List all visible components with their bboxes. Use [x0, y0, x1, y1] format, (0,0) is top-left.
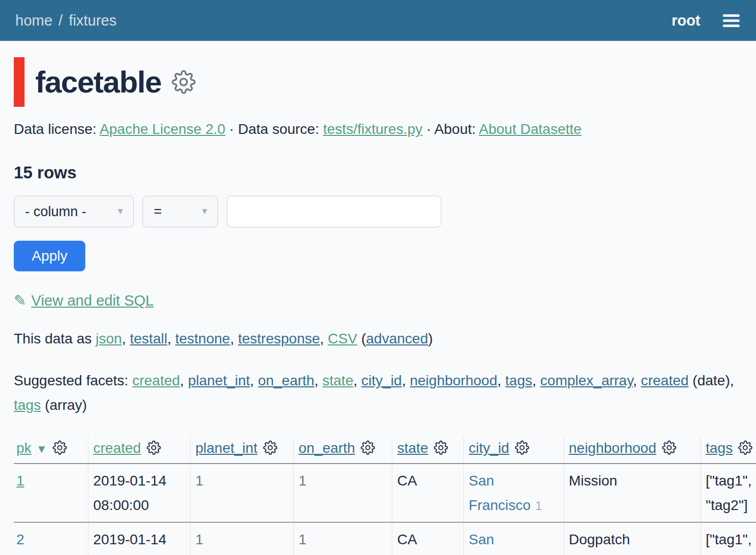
page-title: facetable	[35, 64, 161, 100]
column-header-link-on-earth[interactable]: on_earth	[299, 440, 356, 456]
table-scroll-area[interactable]: pk▼createdplanet_inton_earthstatecity_id…	[14, 436, 756, 555]
cell-link-1[interactable]: 1	[16, 473, 25, 489]
facet-link-created[interactable]: created	[641, 373, 689, 388]
sort-descending-icon[interactable]: ▼	[36, 443, 48, 455]
top-navbar: home / fixtures root	[0, 0, 756, 41]
row-count: 15 rows	[14, 163, 742, 182]
cell-neighborhood: Mission	[563, 464, 700, 522]
export-links-line: This data as json, testall, testnone, te…	[14, 331, 742, 347]
export-text: This data as	[14, 331, 96, 346]
metadata-text: Data source:	[238, 121, 323, 137]
column-cog-icon[interactable]	[263, 441, 277, 455]
cell-link-san-francisco[interactable]: San Francisco	[469, 531, 531, 555]
cell-value: Dogpatch	[569, 531, 630, 547]
export-link-testall[interactable]: testall	[130, 331, 167, 346]
column-header-link-neighborhood[interactable]: neighborhood	[569, 440, 656, 456]
export-link-testnone[interactable]: testnone	[175, 331, 230, 346]
export-link-csv[interactable]: CSV	[328, 331, 358, 346]
cell-state: CA	[392, 464, 463, 522]
breadcrumb-home-link[interactable]: home	[15, 12, 53, 29]
facet-link-city-id[interactable]: city_id	[361, 373, 401, 388]
export-text: (	[357, 331, 366, 346]
metadata-link-about-datasette[interactable]: About Datasette	[479, 121, 582, 137]
facet-text: (date),	[689, 373, 734, 388]
facet-link-created[interactable]: created	[132, 373, 180, 388]
column-header-on-earth: on_earth	[293, 436, 392, 464]
column-header-link-city-id[interactable]: city_id	[469, 440, 509, 456]
facet-text: ,	[180, 373, 188, 388]
facet-link-state[interactable]: state	[322, 373, 353, 388]
facet-text: Suggested facets:	[14, 373, 132, 388]
logged-in-user[interactable]: root	[672, 12, 700, 29]
column-cog-icon[interactable]	[515, 441, 529, 455]
facet-text: (array)	[41, 397, 87, 413]
filter-value-input[interactable]	[227, 196, 441, 227]
column-cog-icon[interactable]	[361, 441, 375, 455]
breadcrumb-separator: /	[53, 12, 69, 29]
facet-text: ,	[532, 373, 540, 388]
export-text: ,	[320, 331, 328, 346]
chevron-down-icon: ▼	[116, 206, 125, 217]
cell-neighborhood: Dogpatch	[563, 522, 700, 555]
export-link-json[interactable]: json	[96, 331, 122, 346]
facet-link-tags[interactable]: tags	[505, 373, 532, 388]
cell-city-id: San Francisco1	[463, 464, 563, 522]
column-cog-icon[interactable]	[147, 441, 161, 455]
metadata-link-apache-license-2-0[interactable]: Apache License 2.0	[100, 121, 225, 137]
facet-text: ,	[250, 373, 258, 388]
facet-link-planet-int[interactable]: planet_int	[188, 373, 250, 388]
cell-pk: 1	[14, 464, 88, 522]
facet-link-on-earth[interactable]: on_earth	[258, 373, 315, 388]
column-cog-icon[interactable]	[738, 441, 752, 455]
cell-value: ["tag1", "tag3"]	[706, 531, 752, 555]
column-header-link-planet-int[interactable]: planet_int	[196, 440, 257, 456]
cell-tags: ["tag1", "tag3"]	[700, 522, 756, 555]
column-header-link-pk[interactable]: pk	[16, 440, 32, 456]
filter-column-select[interactable]: - column - ▼	[14, 196, 134, 227]
cell-planet-int: 1	[190, 522, 293, 555]
filter-operator-select[interactable]: = ▼	[143, 196, 218, 227]
facet-link-neighborhood[interactable]: neighborhood	[410, 373, 497, 388]
cell-value: 1	[196, 531, 204, 547]
pencil-icon: ✎	[14, 292, 26, 309]
export-text: ,	[122, 331, 130, 346]
export-link-testresponse[interactable]: testresponse	[238, 331, 320, 346]
metadata-text: About:	[434, 121, 479, 137]
column-header-pk: pk▼	[14, 436, 88, 464]
facet-link-complex-array[interactable]: complex_array	[540, 373, 633, 388]
column-header-state: state	[392, 436, 463, 464]
metadata-text: ·	[422, 121, 434, 137]
column-header-created: created	[88, 436, 190, 464]
cell-value: 1	[299, 531, 307, 547]
hamburger-menu-icon[interactable]	[723, 11, 740, 31]
title-row: facetable	[14, 57, 742, 107]
cell-link-san-francisco[interactable]: San Francisco	[469, 473, 531, 513]
column-header-link-state[interactable]: state	[397, 440, 429, 456]
column-header-planet-int: planet_int	[190, 436, 293, 464]
facet-text: ,	[402, 373, 410, 388]
cell-on-earth: 1	[293, 522, 392, 555]
breadcrumb-fixtures-link[interactable]: fixtures	[69, 12, 116, 29]
column-cog-icon[interactable]	[53, 441, 67, 455]
metadata-text: ·	[225, 121, 238, 137]
cell-value: 2019-01-14 08:00:00	[93, 473, 167, 513]
metadata-link-tests-fixtures-py[interactable]: tests/fixtures.py	[323, 121, 423, 137]
filter-column-select-value: - column -	[25, 204, 86, 220]
table-settings-gear-icon[interactable]	[172, 70, 196, 94]
facet-link-tags[interactable]: tags	[14, 397, 41, 413]
cell-on-earth: 1	[293, 464, 392, 522]
filter-row: - column - ▼ = ▼	[14, 196, 742, 227]
facet-text: ,	[314, 373, 322, 388]
cell-link-2[interactable]: 2	[16, 531, 25, 547]
column-header-link-tags[interactable]: tags	[706, 440, 733, 456]
filter-operator-select-value: =	[154, 204, 162, 220]
column-cog-icon[interactable]	[662, 441, 676, 455]
breadcrumb: home / fixtures	[15, 12, 116, 29]
column-cog-icon[interactable]	[434, 441, 448, 455]
view-edit-sql-link[interactable]: View and edit SQL	[31, 292, 154, 309]
apply-button[interactable]: Apply	[14, 241, 85, 271]
column-header-link-created[interactable]: created	[93, 440, 141, 456]
facet-text: ,	[498, 373, 506, 388]
table-row: 22019-01-14 08:00:0011CASan Francisco1Do…	[14, 522, 756, 555]
export-link-advanced[interactable]: advanced	[366, 331, 428, 346]
